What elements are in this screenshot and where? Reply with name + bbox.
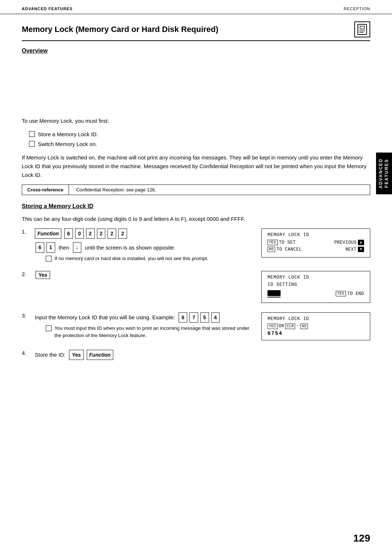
- lcd-3-buttons: YES OR CLR · NO: [268, 324, 308, 329]
- check-icon-2: [29, 141, 35, 147]
- lcd-underline: [268, 297, 281, 297]
- or-text: OR: [279, 324, 284, 329]
- page-number: 129: [353, 532, 370, 544]
- step-3-sub-text: You must input this ID when you wish to …: [54, 325, 250, 340]
- arrow-down-key: ↓: [73, 242, 81, 252]
- cross-ref-label: Cross-reference: [22, 185, 69, 195]
- lcd-2-title: MEMORY LOCK ID: [268, 275, 364, 280]
- lcd-3-id-value: 6754: [268, 331, 364, 336]
- lcd-cursor-area: [268, 290, 281, 297]
- lcd-screen-3: MEMORY LOCK ID YES OR CLR · NO 6: [261, 312, 370, 340]
- key-2-1: 2: [86, 228, 95, 239]
- cross-ref-box: Cross-reference Confidential Reception: …: [22, 185, 370, 195]
- page-title-text: Memory Lock (Memory Card or Hard Disk Re…: [22, 25, 219, 34]
- until-text: until the screen is as shown opposite.: [85, 243, 175, 252]
- key-2-3: 2: [107, 228, 116, 239]
- key-6-ex: 6: [179, 312, 187, 323]
- step-1-content: Function 6 0 2 2 2 2: [35, 228, 250, 262]
- lcd-1-row1-left: YES TO SET: [268, 240, 296, 245]
- prev-arrow: ▲: [358, 240, 364, 245]
- step-1-number: 1.: [22, 228, 30, 235]
- yes-btn-3: YES: [268, 324, 278, 329]
- function-key-4: Function: [87, 350, 113, 360]
- no-btn-3: NO: [300, 324, 308, 329]
- no-btn-1: NO: [268, 247, 275, 252]
- next-text: NEXT: [346, 247, 357, 252]
- checklist-item-2: Switch Memory Lock on.: [29, 140, 370, 149]
- next-arrow: ▼: [358, 247, 364, 252]
- step-2: 2. Yes MEMORY LOCK ID ID SETTING: [22, 271, 370, 306]
- step-4-row: 4. Store the ID: Yes Function: [22, 350, 370, 360]
- checklist-item-1: Store a Memory Lock ID.: [29, 130, 370, 139]
- step-1-row: 1. Function 6 0 2 2 2 2: [22, 228, 250, 262]
- checklist-item-2-text: Switch Memory Lock on.: [38, 140, 97, 149]
- step-1: 1. Function 6 0 2 2 2 2: [22, 228, 370, 264]
- step-3-instruction: Input the Memory Lock ID that you will b…: [35, 312, 250, 323]
- step-1-sub-bullet-text: If no memory card or hard disk is instal…: [54, 255, 208, 262]
- step-3-text-before: Input the Memory Lock ID that you will b…: [35, 313, 175, 322]
- key-4-ex: 4: [211, 312, 220, 323]
- sub-check-icon-1: [46, 256, 52, 262]
- subsection-intro: This can be any four-digit code (using d…: [22, 215, 370, 223]
- function-key-1: Function: [35, 228, 61, 239]
- yes-btn-2: YES: [336, 291, 346, 296]
- description-text: If Memory Lock is switched on, the machi…: [22, 153, 370, 179]
- step-3-left: 3. Input the Memory Lock ID that you wil…: [22, 312, 250, 342]
- sub-check-icon-3: [46, 325, 52, 331]
- overview-heading: Overview: [22, 48, 370, 54]
- lcd-1-row1: YES TO SET PREVIOUS ▲: [268, 240, 364, 245]
- lcd-1-row2-left: NO TO CANCEL: [268, 247, 302, 252]
- key-2-2: 2: [97, 228, 106, 239]
- header-right: RECEPTION: [344, 7, 370, 11]
- lcd-cursor: [268, 290, 281, 296]
- key-7-ex: 7: [189, 312, 198, 323]
- to-set-text: TO SET: [279, 240, 296, 245]
- step-2-row: 2. Yes: [22, 271, 250, 279]
- step-4: 4. Store the ID: Yes Function: [22, 350, 370, 360]
- side-tab: ADVANCEDFEATURES: [376, 153, 392, 194]
- step-2-with-screen: 2. Yes MEMORY LOCK ID ID SETTING: [22, 271, 370, 306]
- steps-area: 1. Function 6 0 2 2 2 2: [22, 228, 370, 360]
- lcd-1-row2: NO TO CANCEL NEXT ▼: [268, 247, 364, 252]
- to-cancel-text: TO CANCEL: [277, 247, 302, 252]
- lcd-screen-1: MEMORY LOCK ID YES TO SET PREVIOUS ▲: [261, 228, 370, 258]
- checklist: Store a Memory Lock ID. Switch Memory Lo…: [29, 130, 370, 148]
- yes-key-step4: Yes: [69, 350, 83, 360]
- step-3-screen: MEMORY LOCK ID YES OR CLR · NO 6: [261, 312, 370, 343]
- key-1: 1: [46, 242, 55, 252]
- page-title-row: Memory Lock (Memory Card or Hard Disk Re…: [22, 21, 370, 41]
- step-3-content: Input the Memory Lock ID that you will b…: [35, 312, 250, 340]
- subsection-heading: Storing a Memory Lock ID: [22, 203, 370, 210]
- checklist-item-1-text: Store a Memory Lock ID.: [38, 130, 98, 139]
- to-end-text: TO END: [347, 291, 364, 296]
- lcd-2-row1: YES TO END: [268, 290, 364, 297]
- header-left: ADVANCED FEATURES: [22, 7, 73, 11]
- lcd-1-row2-right: NEXT ▼: [346, 247, 364, 252]
- clr-btn: CLR: [285, 324, 295, 329]
- lcd-1-title: MEMORY LOCK ID: [268, 232, 364, 238]
- step-3: 3. Input the Memory Lock ID that you wil…: [22, 312, 370, 343]
- key-2-4: 2: [118, 228, 127, 239]
- lcd-2-id-setting: ID SETTING: [268, 282, 364, 287]
- side-tab-text: ADVANCEDFEATURES: [378, 158, 389, 189]
- lcd-screen-2: MEMORY LOCK ID ID SETTING YES TO END: [261, 271, 370, 303]
- key-0: 0: [75, 228, 84, 239]
- then-text: then: [59, 243, 69, 252]
- page-header: ADVANCED FEATURES RECEPTION: [0, 0, 392, 14]
- step-1-instruction: Function 6 0 2 2 2 2: [35, 228, 250, 239]
- key-6-2: 6: [36, 242, 44, 252]
- title-icon: [354, 21, 370, 37]
- yes-key-step2: Yes: [36, 271, 50, 279]
- key-5-ex: 5: [200, 312, 209, 323]
- step-3-sub-bullet: You must input this ID when you wish to …: [46, 325, 250, 340]
- lcd-3-title: MEMORY LOCK ID: [268, 316, 364, 321]
- step-1-sub-row: 6 1 then ↓ until the screen is as shown …: [35, 242, 250, 252]
- step-2-screen: MEMORY LOCK ID ID SETTING YES TO END: [261, 271, 370, 306]
- check-icon-1: [29, 131, 35, 137]
- step-2-content: Yes: [35, 271, 250, 279]
- step-3-row: 3. Input the Memory Lock ID that you wil…: [22, 312, 250, 340]
- step-3-number: 3.: [22, 312, 30, 319]
- yes-btn-1: YES: [268, 240, 278, 245]
- step-1-screen: MEMORY LOCK ID YES TO SET PREVIOUS ▲: [261, 228, 370, 260]
- dot-text: ·: [296, 324, 299, 329]
